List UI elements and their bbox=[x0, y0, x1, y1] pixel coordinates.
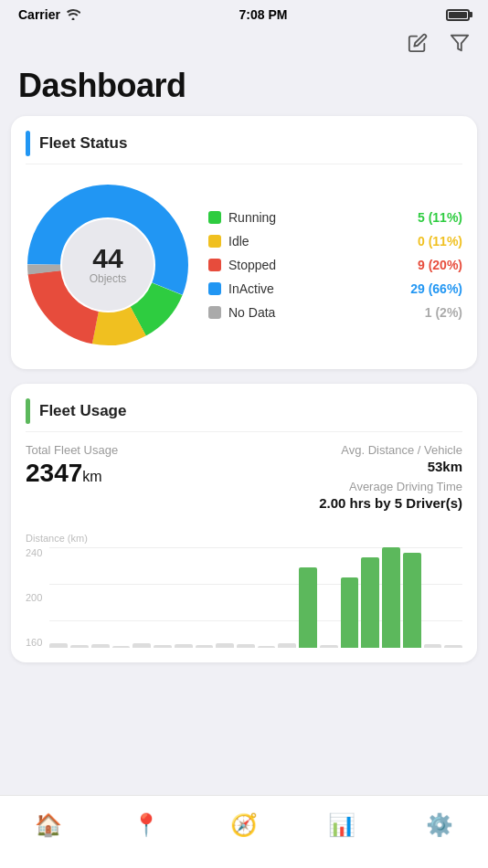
legend-name-stopped: Stopped bbox=[228, 258, 410, 272]
legend-item-no data: No Data 1 (2%) bbox=[208, 305, 462, 320]
bar-0 bbox=[49, 643, 68, 649]
y-tick-160: 160 bbox=[26, 637, 42, 648]
tab-home[interactable]: 🏠 bbox=[20, 809, 77, 842]
avg-driving-value: 2.00 hrs by 5 Driver(s) bbox=[319, 495, 462, 511]
donut-center: 44 Objects bbox=[62, 219, 154, 311]
donut-chart: 44 Objects bbox=[26, 183, 190, 347]
location-icon: 📍 bbox=[133, 812, 160, 838]
bar-4 bbox=[133, 643, 151, 649]
bar-3 bbox=[112, 646, 131, 648]
total-fleet-stat: Total Fleet Usage 2347km bbox=[26, 443, 118, 488]
avg-driving-label: Average Driving Time bbox=[319, 480, 462, 493]
status-bar-right bbox=[446, 9, 470, 21]
bar-15 bbox=[361, 557, 379, 648]
y-tick-200: 200 bbox=[26, 592, 42, 603]
tab-location[interactable]: 📍 bbox=[118, 809, 175, 842]
avg-distance-label: Avg. Distance / Vehicle bbox=[319, 443, 462, 457]
legend-value-idle: 0 (11%) bbox=[418, 234, 462, 249]
bar-18 bbox=[424, 644, 442, 648]
tab-settings[interactable]: ⚙️ bbox=[411, 809, 468, 842]
fleet-status-title: Fleet Status bbox=[39, 134, 127, 153]
donut-objects-label: Objects bbox=[90, 272, 127, 285]
settings-icon: ⚙️ bbox=[426, 812, 453, 838]
legend-item-inactive: InActive 29 (66%) bbox=[208, 281, 462, 296]
legend-item-stopped: Stopped 9 (20%) bbox=[208, 258, 462, 272]
status-bar-left: Carrier bbox=[18, 7, 80, 22]
fleet-usage-header: Fleet Usage bbox=[26, 398, 462, 432]
total-fleet-label: Total Fleet Usage bbox=[26, 443, 118, 457]
fleet-status-card: Fleet Status 44 Objects bbox=[11, 116, 477, 369]
fleet-status-header: Fleet Status bbox=[26, 131, 462, 164]
bar-12 bbox=[299, 567, 317, 648]
bar-14 bbox=[341, 577, 359, 648]
legend-dot-no data bbox=[208, 306, 221, 319]
bar-9 bbox=[237, 644, 255, 648]
legend-dot-inactive bbox=[208, 282, 221, 295]
y-axis: 240 200 160 bbox=[26, 547, 42, 648]
bar-8 bbox=[216, 643, 234, 649]
legend-name-idle: Idle bbox=[228, 234, 410, 249]
fleet-usage-title: Fleet Usage bbox=[39, 402, 126, 420]
bar-chart-area: Distance (km) 240 200 160 bbox=[26, 525, 462, 648]
page-title: Dashboard bbox=[18, 67, 470, 105]
legend-dot-stopped bbox=[208, 259, 221, 271]
filter-button[interactable] bbox=[446, 29, 473, 59]
bar-17 bbox=[403, 553, 421, 649]
navigation-icon: 🧭 bbox=[230, 812, 258, 838]
y-tick-240: 240 bbox=[26, 547, 42, 558]
fleet-status-body: 44 Objects Running 5 (11%) Idle 0 (11%) … bbox=[26, 175, 462, 355]
donut-total: 44 bbox=[92, 245, 122, 272]
svg-marker-0 bbox=[451, 36, 468, 51]
bar-10 bbox=[258, 646, 276, 648]
top-actions bbox=[0, 26, 488, 63]
total-fleet-value: 2347km bbox=[26, 459, 118, 488]
status-bar: Carrier 7:08 PM bbox=[0, 0, 488, 26]
status-bar-time: 7:08 PM bbox=[239, 7, 288, 22]
legend-dot-idle bbox=[208, 235, 221, 248]
legend-value-no data: 1 (2%) bbox=[425, 305, 462, 320]
legend-value-inactive: 29 (66%) bbox=[410, 281, 462, 296]
bar-16 bbox=[382, 547, 400, 648]
legend-dot-running bbox=[208, 211, 221, 224]
tab-bar: 🏠 📍 🧭 📊 ⚙️ bbox=[0, 795, 488, 868]
legend-name-running: Running bbox=[228, 210, 410, 225]
bar-13 bbox=[320, 645, 338, 648]
tab-navigation[interactable]: 🧭 bbox=[216, 809, 272, 842]
legend-name-inactive: InActive bbox=[228, 281, 403, 296]
filter-icon bbox=[450, 33, 470, 53]
pencil-icon bbox=[408, 33, 428, 53]
bar-7 bbox=[196, 645, 214, 648]
home-icon: 🏠 bbox=[35, 812, 62, 838]
fleet-usage-card: Fleet Usage Total Fleet Usage 2347km Avg… bbox=[11, 384, 477, 662]
legend-item-running: Running 5 (11%) bbox=[208, 210, 462, 225]
bar-11 bbox=[278, 643, 296, 649]
chart-y-label: Distance (km) bbox=[26, 533, 462, 544]
chart-bars bbox=[49, 547, 462, 648]
bar-6 bbox=[175, 644, 193, 648]
chart-wrapper: 240 200 160 bbox=[26, 547, 462, 648]
legend-value-stopped: 9 (20%) bbox=[418, 258, 462, 272]
fleet-status-legend: Running 5 (11%) Idle 0 (11%) Stopped 9 (… bbox=[208, 210, 462, 320]
avg-distance-value: 53km bbox=[319, 459, 462, 474]
reports-icon: 📊 bbox=[328, 812, 355, 838]
wifi-icon bbox=[66, 9, 80, 20]
chart-inner bbox=[49, 547, 462, 648]
page-title-section: Dashboard bbox=[0, 63, 488, 116]
legend-name-no data: No Data bbox=[228, 305, 418, 320]
bar-19 bbox=[444, 645, 462, 648]
carrier-text: Carrier bbox=[18, 7, 60, 22]
fleet-usage-indicator bbox=[26, 398, 30, 424]
tab-reports[interactable]: 📊 bbox=[313, 809, 370, 842]
battery-icon bbox=[446, 9, 470, 21]
edit-button[interactable] bbox=[404, 29, 431, 59]
legend-value-running: 5 (11%) bbox=[418, 210, 462, 225]
fleet-usage-stats: Total Fleet Usage 2347km Avg. Distance /… bbox=[26, 443, 462, 511]
bar-5 bbox=[154, 645, 172, 648]
legend-item-idle: Idle 0 (11%) bbox=[208, 234, 462, 249]
bar-1 bbox=[70, 645, 89, 648]
bar-2 bbox=[91, 644, 110, 648]
fleet-status-indicator bbox=[26, 131, 30, 156]
avg-stats: Avg. Distance / Vehicle 53km Average Dri… bbox=[319, 443, 462, 511]
